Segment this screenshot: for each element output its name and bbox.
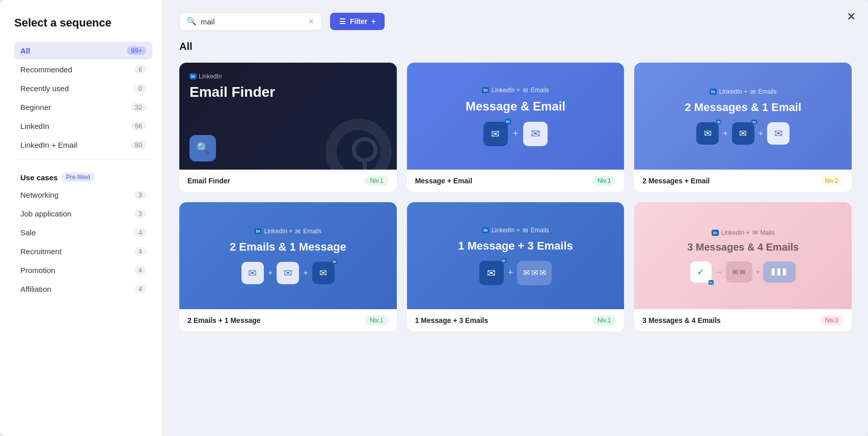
niv-badge: Niv.1 [592, 315, 616, 325]
message-icon: ✉ in [483, 122, 508, 146]
section-heading: All [179, 41, 852, 52]
card-preview: in LinkedIn + ✉ Emails 1 Message + 3 Ema… [407, 202, 625, 309]
sidebar-item-count: 99+ [127, 46, 146, 55]
multi-mail2-icon: ▋ ▋ ▋ [763, 261, 796, 283]
card-platform-label: in LinkedIn + ✉ Mails [712, 229, 775, 236]
card-footer: 2 Messages + Email Niv.2 [634, 170, 852, 192]
clear-icon[interactable]: ✕ [308, 17, 314, 25]
sidebar-item-affiliation[interactable]: Affiliation 4 [14, 280, 152, 298]
message-icon-2: ✉ in [732, 122, 754, 145]
sidebar-item-networking[interactable]: Networking 3 [14, 186, 152, 204]
card-preview: in LinkedIn + ✉ Emails 2 Messages & 1 Em… [634, 63, 852, 170]
card-title-label: Email Finder [187, 177, 230, 185]
card-platform-label: in LinkedIn + ✉ Emails [254, 228, 321, 235]
in-badge: in [709, 280, 714, 285]
main-content: 🔍 ✕ ☰ Filter + All in LinkedIn [163, 0, 868, 436]
mail-icon: ✉ [767, 122, 790, 145]
sidebar-item-count: 80 [131, 141, 146, 149]
plus-sign-1: + [723, 129, 727, 138]
circle-decoration [326, 119, 392, 170]
sidebar-item-sale[interactable]: Sale 4 [14, 224, 152, 241]
card-2emails-1message[interactable]: in LinkedIn + ✉ Emails 2 Emails & 1 Mess… [179, 202, 397, 332]
email-icon: ✉ [752, 229, 758, 236]
card-main-title: 2 Emails & 1 Message [230, 240, 346, 254]
card-email-finder[interactable]: in LinkedIn Email Finder 🔍 ⚲ Email Finde… [179, 63, 397, 192]
niv-badge: Niv.1 [365, 176, 388, 186]
card-footer: 1 Message + 3 Emails Niv.1 [407, 309, 625, 332]
email-icon: ✉ [750, 88, 756, 96]
sidebar-item-linkedin-email[interactable]: LinkedIn + Email 80 [14, 136, 152, 154]
search-input[interactable] [201, 17, 304, 26]
card-icons: ✉ + ✉ + ✉ in [241, 262, 335, 284]
card-platform-label: in LinkedIn + ✉ Emails [482, 227, 549, 234]
card-2messages-1email[interactable]: in LinkedIn + ✉ Emails 2 Messages & 1 Em… [634, 63, 852, 192]
sidebar-item-label: Sale [20, 228, 36, 237]
sidebar-item-label: LinkedIn [20, 122, 49, 130]
sidebar-item-count: 56 [131, 122, 146, 130]
sidebar-item-linkedin[interactable]: LinkedIn 56 [14, 117, 152, 135]
search-container: 🔍 ✕ [179, 12, 322, 31]
category-list: All 99+ Recommended 6 Recently used 0 Be… [14, 42, 152, 155]
linkedin-icon: in [189, 73, 197, 79]
arrow-sign: → [715, 267, 723, 277]
in-badge: in [505, 119, 511, 124]
niv-badge: Niv.3 [820, 315, 844, 325]
close-button[interactable]: ✕ [847, 10, 856, 23]
card-title-label: 2 Emails + 1 Message [187, 316, 261, 324]
card-main-title: 2 Messages & 1 Email [685, 101, 801, 114]
linkedin-icon: in [710, 89, 717, 95]
sidebar-item-promotion[interactable]: Promotion 4 [14, 261, 152, 279]
card-title-label: 2 Messages + Email [642, 177, 710, 185]
message-multi-icon: ✉ ✉ [726, 261, 752, 283]
card-main-title: Email Finder [189, 84, 275, 100]
card-footer: Email Finder Niv.1 [179, 170, 397, 192]
sidebar-item-label: LinkedIn + Email [20, 141, 77, 149]
card-main-title: 1 Message + 3 Emails [458, 239, 573, 253]
card-preview: in LinkedIn + ✉ Emails 2 Emails & 1 Mess… [179, 202, 397, 309]
card-preview: in LinkedIn Email Finder 🔍 ⚲ [179, 63, 397, 170]
sidebar-item-recently-used[interactable]: Recently used 0 [14, 79, 152, 97]
cards-grid: in LinkedIn Email Finder 🔍 ⚲ Email Finde… [179, 63, 852, 332]
top-bar: 🔍 ✕ ☰ Filter + [179, 12, 852, 31]
use-cases-label: Use cases [20, 173, 58, 182]
sidebar-item-job-application[interactable]: Job application 3 [14, 205, 152, 223]
niv-badge: Niv.2 [820, 176, 844, 186]
sidebar-item-count: 3 [134, 209, 146, 218]
sidebar-item-beginner[interactable]: Beginner 32 [14, 98, 152, 116]
card-footer: 2 Emails + 1 Message Niv.1 [179, 309, 397, 332]
card-message-email[interactable]: in LinkedIn + ✉ Emails Message & Email ✉… [407, 63, 625, 192]
sidebar-item-count: 4 [134, 266, 146, 275]
sidebar-divider [14, 159, 152, 159]
sidebar-item-count: 4 [134, 228, 146, 237]
card-icons: ✉ in + ✉ ✉ ✉ [479, 261, 552, 285]
sidebar: Select a sequence All 99+ Recommended 6 … [0, 0, 163, 436]
add-filter-icon: + [371, 17, 375, 25]
plus-sign-1: + [268, 268, 273, 278]
sidebar-item-count: 0 [134, 84, 146, 93]
sidebar-item-all[interactable]: All 99+ [14, 42, 152, 60]
sidebar-item-recruitment[interactable]: Recruitment 4 [14, 242, 152, 260]
sidebar-item-label: Job application [20, 209, 71, 218]
card-3messages-4emails[interactable]: in LinkedIn + ✉ Mails 3 Messages & 4 Ema… [634, 202, 852, 332]
use-cases-section: Use cases Pre-filled [20, 173, 146, 182]
sidebar-item-label: Networking [20, 190, 59, 199]
card-platform-label: in LinkedIn + ✉ Emails [482, 87, 549, 94]
linkedin-icon: in [482, 227, 489, 233]
message-icon-1: ✉ in [696, 122, 719, 145]
email-icon: ✉ [295, 228, 301, 235]
sidebar-item-label: Recruitment [20, 247, 62, 256]
card-icons: ✉ in + ✉ [483, 122, 548, 146]
sidebar-item-count: 6 [134, 65, 146, 74]
sidebar-item-recommended[interactable]: Recommended 6 [14, 61, 152, 78]
card-1message-3emails[interactable]: in LinkedIn + ✉ Emails 1 Message + 3 Ema… [407, 202, 625, 332]
filter-button[interactable]: ☰ Filter + [330, 13, 385, 30]
card-main-title: Message & Email [466, 99, 565, 114]
pre-filled-badge: Pre-filled [62, 173, 94, 182]
sidebar-item-label: Recommended [20, 65, 72, 74]
sidebar-item-count: 3 [134, 190, 146, 199]
sidebar-item-label: All [20, 46, 30, 55]
use-case-list: Networking 3 Job application 3 Sale 4 Re… [14, 186, 152, 299]
mail-icon-1: ✉ [241, 262, 264, 284]
card-preview: in LinkedIn + ✉ Emails Message & Email ✉… [407, 63, 625, 170]
plus-sign: + [513, 128, 519, 139]
